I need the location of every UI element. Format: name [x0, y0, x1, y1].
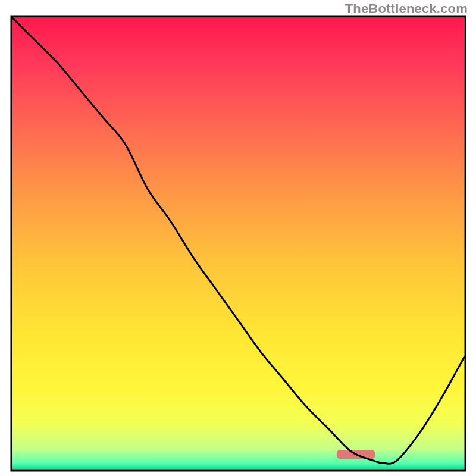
bottleneck-chart: [0, 0, 476, 476]
gradient-fill: [12, 18, 465, 470]
